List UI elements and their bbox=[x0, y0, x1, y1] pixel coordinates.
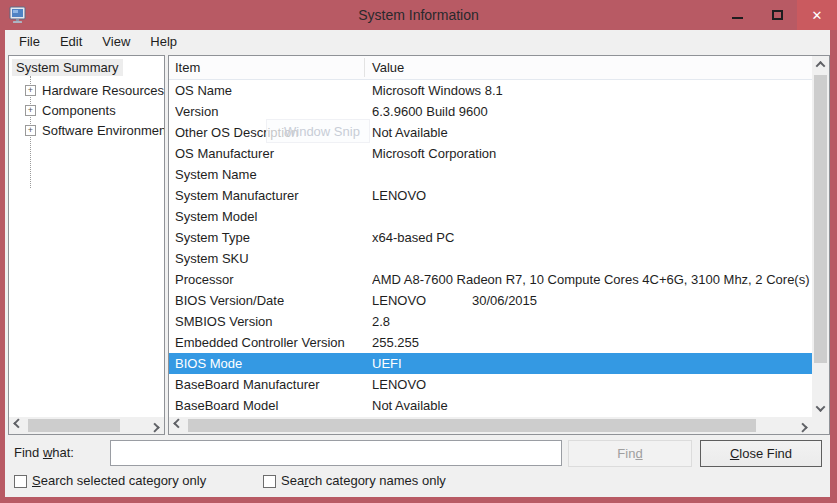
value-cell: Not Available bbox=[372, 122, 810, 143]
menu-edit[interactable]: Edit bbox=[50, 32, 92, 51]
table-row[interactable]: ProcessorAMD A8-7600 Radeon R7, 10 Compu… bbox=[169, 269, 812, 290]
item-cell: System Name bbox=[175, 164, 365, 185]
table-body: OS NameMicrosoft Windows 8.1Version6.3.9… bbox=[169, 80, 812, 416]
expand-plus-icon[interactable]: + bbox=[25, 85, 36, 96]
table-row[interactable]: BaseBoard ManufacturerLENOVO bbox=[169, 374, 812, 395]
tree-hscroll-thumb[interactable] bbox=[28, 419, 120, 432]
tree-hscroll-right-button[interactable] bbox=[147, 417, 164, 434]
column-separator[interactable] bbox=[364, 58, 365, 77]
close-icon: ✕ bbox=[812, 8, 823, 23]
table-row-selected[interactable]: BIOS ModeUEFI bbox=[169, 353, 812, 374]
item-cell: System Type bbox=[175, 227, 365, 248]
window-border-right bbox=[830, 30, 837, 503]
item-cell: System Model bbox=[175, 206, 365, 227]
category-tree-panel: System Summary +Hardware Resources+Compo… bbox=[8, 55, 165, 435]
minimize-button[interactable] bbox=[717, 0, 757, 30]
maximize-button[interactable] bbox=[757, 0, 797, 30]
tree-item[interactable]: +Components bbox=[9, 101, 165, 121]
close-button[interactable]: ✕ bbox=[797, 0, 837, 30]
tree-item-label: Hardware Resources bbox=[42, 81, 164, 101]
item-cell: Processor bbox=[175, 269, 365, 290]
item-cell: BIOS Mode bbox=[175, 353, 365, 374]
menu-file[interactable]: File bbox=[9, 32, 50, 51]
table-vscroll-down-button[interactable] bbox=[812, 400, 829, 417]
value-cell: LENOVO bbox=[372, 185, 810, 206]
table-vscrollbar bbox=[812, 56, 829, 417]
minimize-icon bbox=[732, 17, 743, 19]
search-category-names-label: Search category names only bbox=[281, 472, 446, 490]
chevron-left-icon bbox=[173, 418, 183, 428]
item-cell: BIOS Version/Date bbox=[175, 290, 365, 311]
item-cell: SMBIOS Version bbox=[175, 311, 365, 332]
maximize-icon bbox=[772, 10, 783, 20]
table-row[interactable]: BaseBoard ModelNot Available bbox=[169, 395, 812, 416]
value-cell: Microsoft Windows 8.1 bbox=[372, 80, 810, 101]
table-row[interactable]: Embedded Controller Version255.255 bbox=[169, 332, 812, 353]
table-hscrollbar bbox=[169, 417, 812, 434]
table-hscroll-right-button[interactable] bbox=[795, 417, 812, 434]
chevron-left-icon bbox=[13, 418, 23, 428]
find-input[interactable] bbox=[110, 440, 562, 466]
expand-plus-icon[interactable]: + bbox=[25, 105, 36, 116]
tree-hscrollbar bbox=[9, 417, 164, 434]
value-cell: LENOVO bbox=[372, 374, 810, 395]
table-row[interactable]: Version6.3.9600 Build 9600 bbox=[169, 101, 812, 122]
item-cell: Other OS Description bbox=[175, 122, 365, 143]
table-row[interactable]: System Typex64-based PC bbox=[169, 227, 812, 248]
system-information-window: System Information ✕ File Edit View Help… bbox=[0, 0, 837, 503]
close-find-button[interactable]: Close Find bbox=[700, 440, 822, 467]
table-row[interactable]: OS ManufacturerMicrosoft Corporation bbox=[169, 143, 812, 164]
scrollbar-corner bbox=[812, 417, 829, 434]
window-border-left bbox=[0, 30, 5, 503]
tree-item[interactable]: +Hardware Resources bbox=[9, 81, 165, 101]
column-header-value[interactable]: Value bbox=[372, 56, 404, 79]
table-row[interactable]: System SKU bbox=[169, 248, 812, 269]
table-row[interactable]: OS NameMicrosoft Windows 8.1 bbox=[169, 80, 812, 101]
table-vscroll-up-button[interactable] bbox=[812, 56, 829, 73]
details-panel: Item Value OS NameMicrosoft Windows 8.1V… bbox=[168, 55, 830, 435]
item-cell: BaseBoard Model bbox=[175, 395, 365, 416]
tree-item[interactable]: +Software Environment bbox=[9, 121, 165, 141]
value-cell: x64-based PC bbox=[372, 227, 810, 248]
tree-item-label: Software Environment bbox=[42, 121, 165, 141]
value-cell: Not Available bbox=[372, 395, 810, 416]
value-cell: 2.8 bbox=[372, 311, 810, 332]
table-hscroll-left-button[interactable] bbox=[169, 417, 186, 434]
chevron-right-icon bbox=[798, 423, 808, 433]
value-cell: Microsoft Corporation bbox=[372, 143, 810, 164]
chevron-up-icon bbox=[816, 61, 826, 71]
table-row[interactable]: System Model bbox=[169, 206, 812, 227]
value-cell: 6.3.9600 Build 9600 bbox=[372, 101, 810, 122]
table-row[interactable]: SMBIOS Version2.8 bbox=[169, 311, 812, 332]
search-selected-category-checkbox-row: Search selected category only bbox=[14, 472, 206, 490]
menu-help[interactable]: Help bbox=[140, 32, 187, 51]
find-button[interactable]: Find bbox=[568, 440, 692, 467]
tree-hscroll-left-button[interactable] bbox=[9, 417, 26, 434]
item-cell: System SKU bbox=[175, 248, 365, 269]
menu-view[interactable]: View bbox=[92, 32, 140, 51]
titlebar[interactable]: System Information ✕ bbox=[0, 0, 837, 30]
table-row[interactable]: Other OS DescriptionNot Available bbox=[169, 122, 812, 143]
chevron-down-icon bbox=[816, 402, 826, 412]
item-cell: System Manufacturer bbox=[175, 185, 365, 206]
window-border-bottom bbox=[0, 497, 837, 503]
table-row[interactable]: BIOS Version/DateLENOVO30/06/2015 bbox=[169, 290, 812, 311]
table-row[interactable]: System ManufacturerLENOVO bbox=[169, 185, 812, 206]
item-cell: OS Name bbox=[175, 80, 365, 101]
search-category-names-checkbox[interactable] bbox=[263, 475, 276, 488]
column-header-item[interactable]: Item bbox=[175, 56, 200, 79]
expand-plus-icon[interactable]: + bbox=[25, 125, 36, 136]
search-category-names-checkbox-row: Search category names only bbox=[263, 472, 446, 490]
search-selected-category-checkbox[interactable] bbox=[14, 475, 27, 488]
window-title: System Information bbox=[0, 0, 837, 30]
value-cell: AMD A8-7600 Radeon R7, 10 Compute Cores … bbox=[372, 269, 810, 290]
table-hscroll-thumb[interactable] bbox=[188, 419, 756, 432]
item-cell: Version bbox=[175, 101, 365, 122]
tree-item-label: Components bbox=[42, 101, 116, 121]
table-row[interactable]: System Name bbox=[169, 164, 812, 185]
tree-item-system-summary[interactable]: System Summary bbox=[12, 59, 123, 76]
table-vscroll-thumb[interactable] bbox=[814, 75, 827, 363]
value-cell: LENOVO30/06/2015 bbox=[372, 290, 810, 311]
item-cell: OS Manufacturer bbox=[175, 143, 365, 164]
menu-bar: File Edit View Help bbox=[5, 30, 830, 53]
